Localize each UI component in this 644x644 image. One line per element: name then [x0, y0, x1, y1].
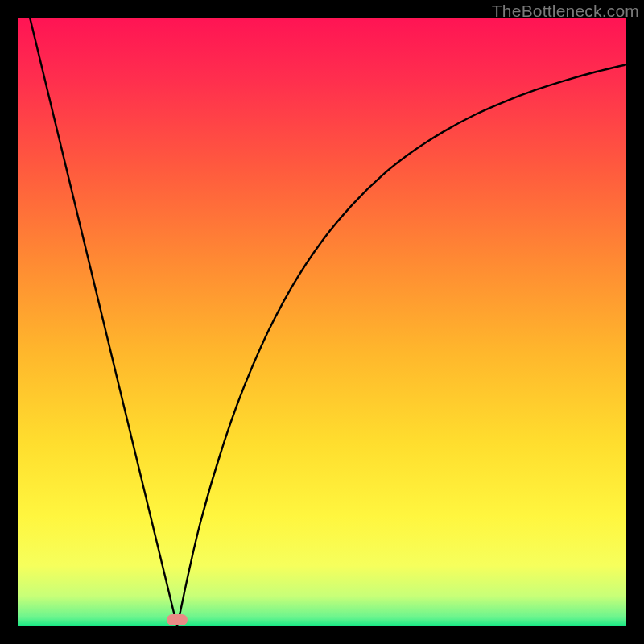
curve-layer — [18, 18, 626, 626]
plot-frame — [18, 18, 626, 626]
valley-marker — [167, 614, 188, 625]
curve-left-branch — [30, 18, 177, 626]
curve-right-branch — [177, 64, 626, 626]
chart-stage: TheBottleneck.com — [0, 0, 644, 644]
